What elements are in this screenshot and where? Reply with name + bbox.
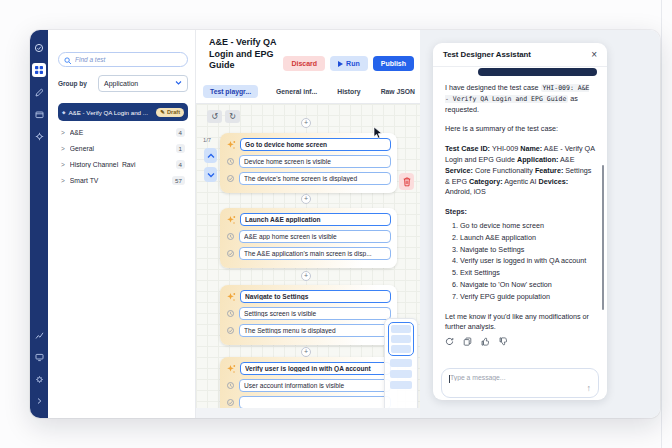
step-card-1[interactable] [220, 133, 397, 193]
step-expected-input[interactable] [239, 396, 391, 408]
pencil-badge-icon: ✎ [160, 109, 165, 115]
summary-value: Agentic AI [504, 177, 536, 186]
undo-button[interactable]: ↺ [207, 110, 222, 123]
step-expected-input[interactable] [239, 247, 391, 260]
chat-scrollbar[interactable] [602, 165, 604, 310]
step-pagination: 1/7 [203, 137, 211, 143]
sparkle-icon [226, 140, 236, 150]
tab-history[interactable]: History [335, 85, 362, 98]
step-condition-input[interactable] [239, 379, 391, 392]
step-item: Verify user is logged in with QA account [460, 256, 595, 267]
analytics-icon[interactable] [32, 328, 46, 342]
check-circle-icon [226, 326, 235, 335]
assistant-message: I have designed the test case YHI-009: A… [445, 83, 595, 350]
steps-canvas: ↺ ↻ 1/7 + [196, 104, 420, 408]
group-count-badge: 57 [172, 176, 185, 185]
collapse-arrow-icon[interactable] [32, 394, 46, 408]
tree-group-a-e[interactable]: > A&E 4 [58, 124, 188, 140]
group-count-badge: 4 [176, 160, 185, 169]
search-input[interactable] [75, 56, 182, 63]
add-step-button[interactable]: + [301, 347, 311, 357]
copy-icon[interactable] [463, 337, 472, 350]
message-input[interactable] [450, 374, 580, 381]
tab-raw-json[interactable]: Raw JSON [379, 85, 417, 98]
add-step-button[interactable]: + [301, 118, 311, 128]
settings-icon[interactable] [32, 129, 46, 143]
close-icon[interactable]: × [591, 50, 597, 60]
selected-test-item[interactable]: ◆ A&E - Verify QA Login and ... ✎ Draft [58, 103, 188, 121]
tab-general-info[interactable]: General inf... [274, 85, 319, 98]
scroll-up-button[interactable] [204, 148, 217, 163]
sparkle-icon [226, 364, 236, 374]
summary-label: Feature: [535, 166, 563, 175]
condition-icon [226, 309, 235, 318]
step-card-4[interactable] [220, 357, 397, 408]
search-box[interactable] [58, 52, 188, 67]
canvas-minimap[interactable] [384, 318, 418, 408]
package-icon[interactable] [32, 107, 46, 121]
draft-badge: ✎ Draft [156, 108, 184, 117]
devices-icon[interactable] [32, 350, 46, 364]
summary-label: Name: [520, 144, 542, 153]
thumbs-up-icon[interactable] [481, 337, 490, 350]
minimap-card [390, 359, 412, 367]
step-card-2[interactable] [220, 208, 397, 268]
test-title: A&E - Verify QA Login and EPG Guide [209, 37, 295, 72]
thumbs-down-icon[interactable] [499, 337, 508, 350]
add-step-button[interactable]: + [301, 271, 311, 281]
sparkle-icon [226, 292, 236, 302]
step-condition-input[interactable] [239, 155, 391, 168]
search-icon [64, 51, 72, 69]
test-editor-panel: A&E - Verify QA Login and EPG Guide Disc… [196, 30, 420, 418]
summary-value: Android, iOS [445, 187, 486, 196]
draft-badge-label: Draft [167, 109, 180, 115]
redo-button[interactable]: ↻ [225, 110, 240, 123]
selected-test-label: A&E - Verify QA Login and ... [68, 109, 153, 116]
tree-group-history-channel[interactable]: > History Channel_Ravi 4 [58, 156, 188, 172]
dashboard-icon[interactable] [32, 63, 46, 77]
group-by-label: Group by [58, 80, 98, 87]
summary-value: A&E [560, 155, 574, 164]
tab-test-playground[interactable]: Test playgr... [203, 85, 258, 98]
regenerate-icon[interactable] [445, 337, 454, 350]
discard-button[interactable]: Discard [283, 56, 325, 71]
pencil-icon[interactable] [32, 85, 46, 99]
message-input-box[interactable]: ↑ [441, 368, 599, 398]
minimap-card [390, 381, 412, 389]
sparkle-icon [226, 215, 236, 225]
chevron-up-icon [207, 153, 215, 159]
group-label: General [70, 145, 171, 152]
summary-label: Devices: [539, 177, 569, 186]
send-icon[interactable]: ↑ [587, 384, 592, 393]
step-action-input[interactable] [240, 362, 391, 375]
check-circle-icon [226, 398, 235, 407]
add-step-button[interactable]: + [301, 194, 311, 204]
minimap-viewport[interactable] [388, 322, 414, 356]
tree-group-smart-tv[interactable]: > Smart TV 57 [58, 172, 188, 188]
scroll-down-button[interactable] [204, 167, 217, 182]
step-action-input[interactable] [240, 213, 391, 226]
run-button[interactable]: Run [330, 56, 368, 71]
delete-step-button[interactable] [399, 173, 414, 190]
minimap-card [391, 335, 411, 343]
publish-button[interactable]: Publish [373, 56, 414, 71]
steps-list: Go to device home screen Launch A&E appl… [445, 221, 595, 303]
step-condition-input[interactable] [239, 230, 391, 243]
tree-group-general[interactable]: > General 1 [58, 140, 188, 156]
condition-icon [226, 232, 235, 241]
step-action-input[interactable] [240, 138, 391, 151]
preferences-icon[interactable] [32, 372, 46, 386]
summary-paragraph: Test Case ID: YHI-009 Name: A&E - Verify… [445, 144, 595, 198]
step-item: Exit Settings [460, 268, 595, 279]
assistant-header: Test Designer Assistant × [433, 43, 607, 67]
editor-header: A&E - Verify QA Login and EPG Guide Disc… [196, 30, 420, 104]
condition-icon [226, 381, 235, 390]
step-expected-input[interactable] [239, 172, 391, 185]
step-action-input[interactable] [240, 290, 391, 303]
summary-label: Application: [517, 155, 559, 164]
step-card-3[interactable] [220, 285, 397, 345]
group-by-row: Group by Application [58, 75, 188, 92]
group-by-select[interactable]: Application [98, 75, 188, 92]
step-expected-input[interactable] [239, 324, 391, 337]
step-condition-input[interactable] [239, 307, 391, 320]
